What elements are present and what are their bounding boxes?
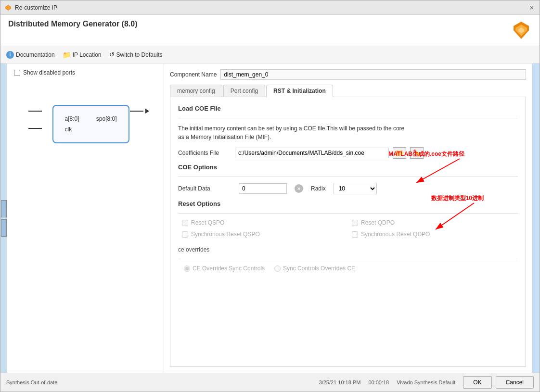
app-icon bbox=[4, 4, 12, 12]
checkbox-row-reset-qdpo: Reset QDPO bbox=[352, 219, 518, 226]
edit-file-button[interactable]: ✏️ bbox=[410, 147, 424, 159]
title-bar-left: Re-customize IP bbox=[4, 4, 57, 12]
folder-open-icon: 📂 bbox=[396, 149, 404, 157]
component-name-input[interactable]: dist_mem_gen_0 bbox=[220, 69, 526, 80]
right-strip bbox=[532, 63, 540, 373]
block-diagram: a[8:0] spo[8:0] clk bbox=[14, 105, 158, 143]
default-data-label: Default Data bbox=[178, 185, 231, 192]
coefficients-file-row: Coefficients File c:/Users/admin/Documen… bbox=[178, 147, 518, 159]
reset-qdpo-checkbox[interactable] bbox=[352, 220, 358, 226]
title-bar: Re-customize IP × bbox=[0, 0, 540, 15]
reset-options-title: Reset Options bbox=[178, 200, 518, 207]
coe-options-row: Default Data 0 × Radix 10 2 16 bbox=[178, 183, 518, 194]
checkbox-row-sync-reset-qspo: Synchronous Reset QSPO bbox=[182, 231, 348, 238]
vivado-logo bbox=[511, 20, 532, 41]
close-button[interactable]: × bbox=[528, 3, 536, 13]
switch-defaults-button[interactable]: ↺ Switch to Defaults bbox=[109, 51, 163, 58]
wire-a bbox=[28, 111, 42, 112]
datetime-text: 3/25/21 10:18 PM bbox=[319, 379, 361, 385]
tab-port-config[interactable]: Port config bbox=[223, 85, 265, 97]
checkbox-row-sync-reset-qdpo: Synchronous Reset QDPO bbox=[352, 231, 518, 238]
left-panel-content: Show disabled ports a[8:0] bbox=[14, 69, 158, 143]
radio-sync-overrides-ce-input[interactable] bbox=[274, 266, 281, 272]
load-coe-title: Load COE File bbox=[178, 105, 518, 112]
sync-reset-qdpo-label: Synchronous Reset QDPO bbox=[361, 231, 430, 238]
left-strip bbox=[0, 63, 7, 373]
radix-select[interactable]: 10 2 16 bbox=[334, 183, 377, 194]
status-left: Synthesis Out-of-date bbox=[6, 379, 57, 385]
strip-tab-2 bbox=[1, 219, 7, 237]
sync-reset-qdpo-checkbox[interactable] bbox=[352, 231, 358, 238]
toolbar: i Documentation 📁 IP Location ↺ Switch t… bbox=[0, 46, 540, 63]
documentation-button[interactable]: i Documentation bbox=[6, 51, 55, 59]
component-name-row: Component Name dist_mem_gen_0 bbox=[170, 69, 526, 80]
cancel-button[interactable]: Cancel bbox=[496, 376, 534, 389]
radix-label: Radix bbox=[311, 185, 326, 192]
radio-sync-overrides-ce-label: Sync Controls Overrides CE bbox=[283, 265, 355, 272]
bottom-right: 3/25/21 10:18 PM 00:00:18 Vivado Synthes… bbox=[319, 376, 534, 389]
coe-description: The initial memory content can be set by… bbox=[178, 124, 518, 141]
block-component: a[8:0] spo[8:0] clk bbox=[52, 105, 129, 143]
reset-qspo-checkbox[interactable] bbox=[182, 220, 188, 226]
elapsed-text: 00:00:18 bbox=[368, 379, 389, 385]
sync-reset-qspo-label: Synchronous Reset QSPO bbox=[191, 231, 260, 238]
strip-tab-1 bbox=[1, 200, 7, 217]
divider-3 bbox=[178, 213, 518, 214]
reset-checkboxes-grid: Reset QSPO Reset QDPO Synchronous Reset … bbox=[178, 219, 518, 240]
ce-radio-row: CE Overrides Sync Controls Sync Controls… bbox=[178, 265, 518, 272]
radio-ce-overrides-sync-input[interactable] bbox=[184, 266, 190, 272]
ip-location-label: IP Location bbox=[73, 51, 102, 58]
main-window: Re-customize IP × Distributed Memory Gen… bbox=[0, 0, 540, 392]
port-spo-label: spo[8:0] bbox=[96, 115, 117, 122]
divider-4 bbox=[178, 259, 518, 259]
reset-options-section: Reset Options Reset QSPO Reset QDPO bbox=[178, 200, 518, 240]
radio-ce-overrides-sync: CE Overrides Sync Controls bbox=[184, 265, 265, 272]
coefficients-file-input[interactable]: c:/Users/admin/Documents/MATLAB/dds_sin.… bbox=[235, 148, 389, 158]
divider-2 bbox=[178, 177, 518, 177]
divider-1 bbox=[178, 118, 518, 118]
port-clk-label: clk bbox=[65, 126, 72, 133]
content-area: Show disabled ports a[8:0] bbox=[0, 63, 540, 373]
arrow-spo bbox=[145, 109, 149, 114]
coefficients-label: Coefficients File bbox=[178, 150, 231, 156]
radio-ce-overrides-sync-label: CE Overrides Sync Controls bbox=[193, 265, 265, 272]
port-row-clk: clk bbox=[65, 126, 117, 133]
wire-clk bbox=[28, 128, 42, 129]
wire-spo bbox=[130, 111, 143, 112]
radio-sync-overrides-ce: Sync Controls Overrides CE bbox=[274, 265, 355, 272]
browse-file-button[interactable]: 📂 bbox=[393, 147, 406, 159]
switch-defaults-label: Switch to Defaults bbox=[116, 51, 163, 58]
coe-options-section: COE Options Default Data 0 × Radix 10 2 … bbox=[178, 164, 518, 194]
folder-icon: 📁 bbox=[63, 51, 71, 59]
bottom-bar: Synthesis Out-of-date 3/25/21 10:18 PM 0… bbox=[0, 373, 540, 392]
show-disabled-ports-label: Show disabled ports bbox=[23, 69, 75, 76]
clear-default-data-button[interactable]: × bbox=[295, 184, 303, 193]
port-row-a: a[8:0] spo[8:0] bbox=[65, 115, 117, 122]
tab-content-rst-init: Load COE File The initial memory content… bbox=[170, 97, 526, 367]
dialog-title: Distributed Memory Generator (8.0) bbox=[8, 20, 138, 28]
ce-overrides-label: ce overrides bbox=[178, 246, 518, 253]
reset-qdpo-label: Reset QDPO bbox=[361, 219, 395, 226]
port-a-label: a[8:0] bbox=[65, 115, 79, 122]
tab-rst-init[interactable]: RST & Initialization bbox=[266, 85, 333, 97]
load-coe-section: Load COE File The initial memory content… bbox=[178, 105, 518, 159]
left-panel: Show disabled ports a[8:0] bbox=[0, 63, 164, 373]
right-panel: Component Name dist_mem_gen_0 memory con… bbox=[164, 63, 532, 373]
title-bar-text: Re-customize IP bbox=[15, 4, 57, 11]
status-right-text: Vivado Synthesis Default bbox=[397, 379, 455, 385]
info-icon: i bbox=[6, 51, 14, 59]
show-disabled-ports-row: Show disabled ports bbox=[14, 69, 158, 76]
sync-reset-qspo-checkbox[interactable] bbox=[182, 231, 188, 238]
ok-button[interactable]: OK bbox=[463, 376, 491, 389]
ce-overrides-section: ce overrides CE Overrides Sync Controls … bbox=[178, 246, 518, 272]
documentation-label: Documentation bbox=[16, 51, 55, 58]
default-data-input[interactable]: 0 bbox=[239, 183, 287, 194]
tab-memory-config[interactable]: memory config bbox=[170, 85, 222, 97]
ip-location-button[interactable]: 📁 IP Location bbox=[63, 51, 102, 59]
component-name-label: Component Name bbox=[170, 71, 217, 78]
tab-bar: memory config Port config RST & Initiali… bbox=[170, 85, 526, 97]
coe-options-title: COE Options bbox=[178, 164, 518, 171]
show-disabled-ports-checkbox[interactable] bbox=[14, 70, 20, 76]
edit-icon: ✏️ bbox=[413, 149, 421, 157]
reset-qspo-label: Reset QSPO bbox=[191, 219, 224, 226]
